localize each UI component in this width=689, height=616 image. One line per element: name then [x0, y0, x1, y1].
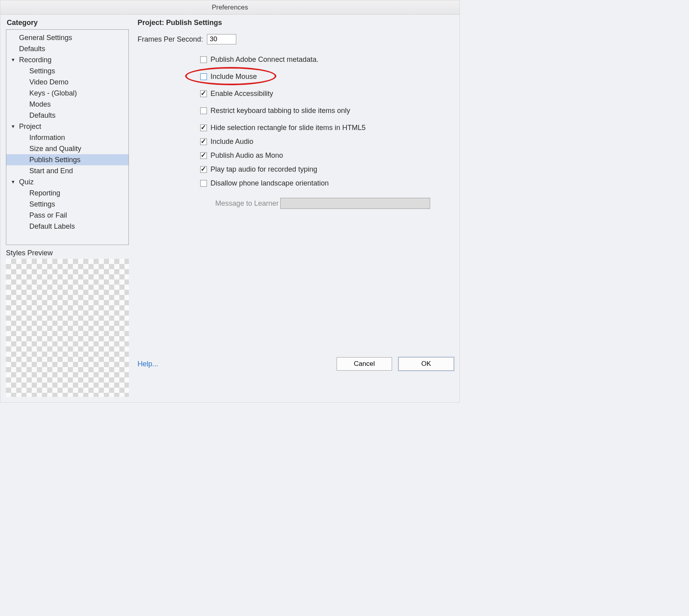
window-body: Category ▶General Settings▶Defaults▼Reco…: [0, 15, 459, 402]
checkbox-label: Play tap audio for recorded typing: [211, 165, 317, 174]
tree-item-project[interactable]: ▼Project: [6, 121, 128, 132]
tree-item-recording[interactable]: ▼Recording: [6, 54, 128, 65]
tree-item-label: Size and Quality: [29, 145, 81, 153]
checkbox-label: Enable Accessibility: [211, 90, 273, 98]
tree-item-information[interactable]: Information: [6, 132, 128, 143]
checkbox-label: Publish Audio as Mono: [211, 151, 283, 160]
tree-item-label: Settings: [29, 200, 55, 209]
options-group: Publish Adobe Connect metadata.Include M…: [138, 55, 454, 187]
message-input: [280, 198, 430, 209]
message-row: Message to Learner: [138, 198, 454, 209]
checkbox-mono[interactable]: [200, 152, 207, 159]
option-audio: Include Audio: [200, 138, 454, 146]
tree-item-default-labels[interactable]: Default Labels: [6, 221, 128, 232]
tree-item-keys-global-[interactable]: Keys - (Global): [6, 88, 128, 99]
fps-row: Frames Per Second:: [138, 34, 454, 44]
tree-item-label: Start and End: [29, 167, 73, 175]
tree-item-label: Reporting: [29, 189, 60, 197]
tree-item-quiz[interactable]: ▼Quiz: [6, 176, 128, 187]
checkbox-label: Include Mouse: [211, 73, 257, 81]
tree-item-label: Defaults: [17, 45, 45, 53]
disclosure-triangle-icon[interactable]: ▼: [10, 179, 17, 185]
footer: Help... Cancel OK: [138, 357, 454, 371]
fps-label: Frames Per Second:: [138, 35, 203, 44]
option-tap: Play tap audio for recorded typing: [200, 165, 454, 174]
tree-item-publish-settings[interactable]: Publish Settings: [6, 154, 128, 165]
checkbox-label: Restrict keyboard tabbing to slide items…: [211, 107, 350, 115]
ok-button[interactable]: OK: [398, 357, 454, 371]
tree-item-label: Publish Settings: [29, 156, 80, 164]
checkbox-connect[interactable]: [200, 56, 207, 63]
checkbox-tap[interactable]: [200, 166, 207, 173]
tree-item-general-settings[interactable]: ▶General Settings: [6, 32, 128, 43]
tree-item-label: Quiz: [17, 178, 34, 186]
option-hiderect: Hide selection rectangle for slide items…: [200, 124, 454, 132]
styles-preview-area: [6, 259, 129, 397]
fps-input[interactable]: [207, 34, 236, 44]
option-mouse: Include Mouse: [200, 73, 454, 81]
option-access: Enable Accessibility: [200, 90, 454, 98]
main-panel: Project: Publish Settings Frames Per Sec…: [129, 19, 454, 397]
styles-preview-label: Styles Preview: [6, 249, 129, 257]
checkbox-label: Hide selection rectangle for slide items…: [211, 124, 366, 132]
tree-item-video-demo[interactable]: Video Demo: [6, 77, 128, 88]
tree-item-label: Project: [17, 122, 41, 131]
tree-item-modes[interactable]: Modes: [6, 99, 128, 110]
help-link[interactable]: Help...: [138, 360, 158, 368]
checkbox-label: Include Audio: [211, 138, 253, 146]
tree-item-size-and-quality[interactable]: Size and Quality: [6, 143, 128, 154]
tree-item-settings[interactable]: Settings: [6, 199, 128, 210]
checkbox-hiderect[interactable]: [200, 124, 207, 131]
option-landscape: Disallow phone landscape orientation: [200, 179, 454, 187]
tree-item-defaults[interactable]: Defaults: [6, 110, 128, 121]
tree-item-label: Keys - (Global): [29, 89, 77, 98]
tree-item-label: Information: [29, 134, 65, 142]
disclosure-triangle-icon[interactable]: ▼: [10, 57, 17, 63]
option-mono: Publish Audio as Mono: [200, 151, 454, 160]
category-tree[interactable]: ▶General Settings▶Defaults▼RecordingSett…: [6, 29, 129, 245]
option-connect: Publish Adobe Connect metadata.: [200, 55, 454, 64]
window-title: Preferences: [0, 0, 459, 15]
tree-item-label: Recording: [17, 56, 52, 64]
tree-item-reporting[interactable]: Reporting: [6, 187, 128, 199]
tree-item-label: Modes: [29, 100, 51, 109]
sidebar: Category ▶General Settings▶Defaults▼Reco…: [6, 19, 129, 397]
cancel-button[interactable]: Cancel: [337, 357, 392, 371]
checkbox-mouse[interactable]: [200, 73, 207, 80]
checkbox-tabbing[interactable]: [200, 107, 207, 114]
checkbox-label: Disallow phone landscape orientation: [211, 179, 329, 187]
category-heading: Category: [7, 19, 129, 27]
checkbox-audio[interactable]: [200, 138, 207, 145]
tree-item-settings[interactable]: Settings: [6, 65, 128, 77]
tree-item-label: Defaults: [29, 111, 56, 120]
tree-item-label: Video Demo: [29, 78, 69, 86]
panel-title: Project: Publish Settings: [138, 19, 454, 27]
tree-item-label: Settings: [29, 67, 55, 75]
option-tabbing: Restrict keyboard tabbing to slide items…: [200, 107, 454, 115]
tree-item-label: General Settings: [17, 34, 72, 42]
tree-item-defaults[interactable]: ▶Defaults: [6, 43, 128, 54]
disclosure-triangle-icon[interactable]: ▼: [10, 124, 17, 129]
message-label: Message to Learner: [215, 199, 279, 208]
tree-item-start-and-end[interactable]: Start and End: [6, 165, 128, 176]
checkbox-access[interactable]: [200, 90, 207, 97]
checkbox-label: Publish Adobe Connect metadata.: [211, 55, 318, 64]
tree-item-label: Pass or Fail: [29, 211, 67, 220]
tree-item-pass-or-fail[interactable]: Pass or Fail: [6, 210, 128, 221]
tree-item-label: Default Labels: [29, 222, 75, 231]
preferences-window: Preferences Category ▶General Settings▶D…: [0, 0, 460, 403]
checkbox-landscape[interactable]: [200, 180, 207, 187]
